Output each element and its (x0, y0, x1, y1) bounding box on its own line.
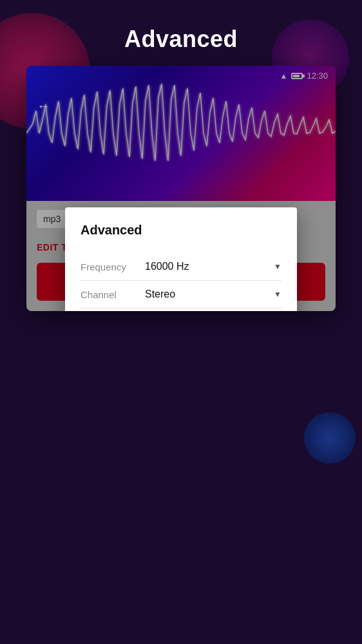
frequency-select[interactable]: 16000 Hz ▼ (145, 261, 281, 272)
channel-select[interactable]: Stereo ▼ (145, 289, 281, 300)
dialog-overlay: Advanced Frequency 16000 Hz ▼ Channel St… (26, 66, 336, 311)
frequency-row: Frequency 16000 Hz ▼ (81, 253, 281, 281)
advanced-dialog: Advanced Frequency 16000 Hz ▼ Channel St… (65, 207, 297, 311)
frequency-value: 16000 Hz (145, 261, 189, 272)
channel-row: Channel Stereo ▼ (81, 281, 281, 308)
volume-row: Volume 110% (81, 308, 281, 311)
channel-label: Channel (81, 289, 145, 300)
bg-circle-bottom-right (304, 412, 356, 464)
channel-arrow-icon: ▼ (274, 290, 281, 299)
phone-screen: ▲ 12:30 ← (26, 66, 336, 311)
frequency-label: Frequency (81, 261, 145, 272)
dialog-title: Advanced (81, 223, 281, 238)
frequency-arrow-icon: ▼ (274, 262, 281, 271)
page-title: Advanced (124, 26, 238, 53)
channel-value: Stereo (145, 289, 175, 300)
